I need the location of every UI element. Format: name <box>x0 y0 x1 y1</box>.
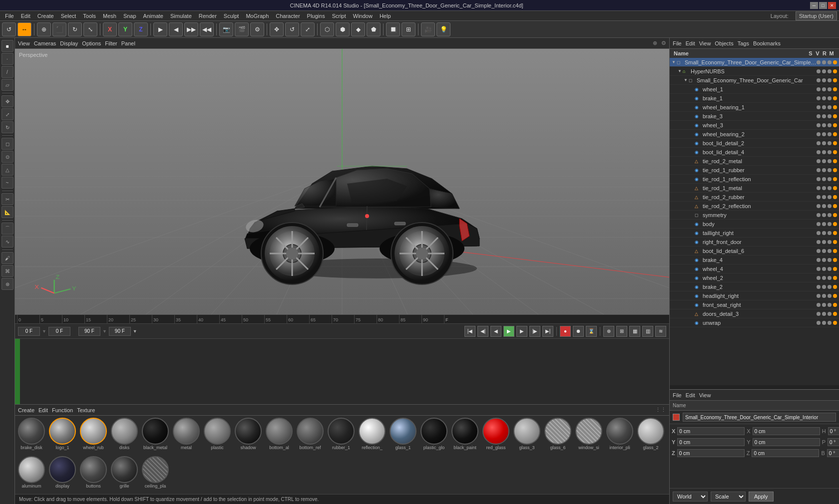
dot-r[interactable] <box>828 123 832 127</box>
snap-button[interactable]: 🔲 <box>386 22 400 36</box>
tool-spline[interactable]: ⌒ <box>1 223 13 235</box>
tree-item[interactable]: ◉brake_4 <box>670 255 839 264</box>
tree-item[interactable]: △doors_detail_3 <box>670 309 839 318</box>
dot-v[interactable] <box>822 114 826 118</box>
vp-tab-cameras[interactable]: Cameras <box>34 40 56 46</box>
dot-v[interactable] <box>822 204 826 208</box>
tree-item[interactable]: ◉brake_2 <box>670 282 839 291</box>
dot-m[interactable] <box>833 321 837 325</box>
f-curve-button[interactable]: ≋ <box>655 326 666 337</box>
dot-s[interactable] <box>817 141 821 145</box>
dot-s[interactable] <box>817 258 821 262</box>
am-h-input[interactable] <box>828 427 839 435</box>
maximize-button[interactable]: □ <box>819 2 827 9</box>
render-view-button[interactable]: 📷 <box>219 22 233 36</box>
tree-item[interactable]: ◉front_seat_right <box>670 300 839 309</box>
dot-r[interactable] <box>828 195 832 199</box>
dot-m[interactable] <box>833 285 837 289</box>
material-item[interactable]: window_si <box>574 418 603 454</box>
dot-v[interactable] <box>822 60 826 64</box>
vp-tab-panel[interactable]: Panel <box>121 40 135 46</box>
snap2-button[interactable]: ⊞ <box>402 22 416 36</box>
dot-m[interactable] <box>833 168 837 172</box>
tree-item[interactable]: ◉boot_lid_detail_4 <box>670 148 839 157</box>
dot-r[interactable] <box>828 186 832 190</box>
dot-s[interactable] <box>817 60 821 64</box>
material-item[interactable]: bottom_ref <box>296 418 325 454</box>
dot-s[interactable] <box>817 150 821 154</box>
am-b-input[interactable] <box>827 449 839 457</box>
render-button[interactable]: 🎬 <box>235 22 249 36</box>
material-item[interactable]: brake_disk <box>17 418 46 454</box>
dot-r[interactable] <box>828 150 832 154</box>
dot-v[interactable] <box>822 213 826 217</box>
dot-v[interactable] <box>822 177 826 181</box>
dot-s[interactable] <box>817 303 821 307</box>
tree-item[interactable]: ▼◻Small_Economy_Three_Door_Generic_Car_S… <box>670 58 839 67</box>
dot-v[interactable] <box>822 132 826 136</box>
material-item[interactable]: wheel_rub <box>79 418 108 454</box>
am-scale-dropdown[interactable]: Scale <box>711 492 746 502</box>
tool-rotate[interactable]: ↻ <box>1 121 13 133</box>
tool-measure[interactable]: 📐 <box>1 206 13 218</box>
dot-r[interactable] <box>828 78 832 82</box>
vp-expand[interactable]: ⊕ <box>653 40 657 46</box>
am-p-input[interactable] <box>828 438 839 446</box>
am-name-input[interactable] <box>683 413 836 422</box>
key-button[interactable]: ⌛ <box>586 326 597 337</box>
dot-r[interactable] <box>828 249 832 253</box>
menu-file[interactable]: File <box>2 12 17 20</box>
auto-key-button[interactable]: ⏺ <box>573 326 584 337</box>
am-edit[interactable]: Edit <box>686 392 695 398</box>
dot-r[interactable] <box>828 240 832 244</box>
tree-item[interactable]: ◉brake_1 <box>670 94 839 103</box>
material-item[interactable]: buttons <box>79 456 108 493</box>
am-apply-button[interactable]: Apply <box>749 492 774 502</box>
vp-tab-filter[interactable]: Filter <box>105 40 117 46</box>
undo-button[interactable]: ↺ <box>2 22 16 36</box>
record-button[interactable]: ● <box>560 326 571 337</box>
dot-m[interactable] <box>833 303 837 307</box>
material-item[interactable]: rubber_1 <box>327 418 356 454</box>
dot-m[interactable] <box>833 177 837 181</box>
mat-tb-dots[interactable]: ⋮⋮ <box>655 407 666 413</box>
menu-help[interactable]: Help <box>377 12 394 20</box>
dot-s[interactable] <box>817 159 821 163</box>
menu-character[interactable]: Character <box>273 12 303 20</box>
material-item[interactable]: glass_2 <box>636 418 665 454</box>
dot-s[interactable] <box>817 204 821 208</box>
tool-paint[interactable]: 🖌 <box>1 252 13 264</box>
dot-m[interactable] <box>833 159 837 163</box>
dot-s[interactable] <box>817 123 821 127</box>
dot-m[interactable] <box>833 249 837 253</box>
mat-tb-edit[interactable]: Edit <box>38 407 48 413</box>
tree-item[interactable]: △tie_rod_1_metal <box>670 184 839 193</box>
dot-v[interactable] <box>822 303 826 307</box>
dot-s[interactable] <box>817 96 821 100</box>
dot-v[interactable] <box>822 141 826 145</box>
play-fwd-button[interactable]: ▶ <box>153 22 167 36</box>
dot-m[interactable] <box>833 204 837 208</box>
scale-button[interactable]: ⤡ <box>83 22 97 36</box>
menu-render[interactable]: Render <box>196 12 220 20</box>
dot-m[interactable] <box>833 105 837 109</box>
move-tool2[interactable]: ✥ <box>270 22 284 36</box>
dot-m[interactable] <box>833 276 837 280</box>
dot-m[interactable] <box>833 78 837 82</box>
material-item[interactable]: disks <box>110 418 139 454</box>
dope-sheet-button[interactable]: ▥ <box>642 326 653 337</box>
menu-script[interactable]: Script <box>329 12 349 20</box>
dot-m[interactable] <box>833 240 837 244</box>
mat-tb-function[interactable]: Function <box>52 407 73 413</box>
material-item[interactable]: display <box>48 456 77 493</box>
material-item[interactable]: aluminum <box>17 456 46 493</box>
dot-m[interactable] <box>833 195 837 199</box>
material-item[interactable]: glass_6 <box>543 418 572 454</box>
dot-s[interactable] <box>817 312 821 316</box>
am-ez-input[interactable] <box>752 449 819 457</box>
mat-tb-texture[interactable]: Texture <box>77 407 95 413</box>
go-end-button[interactable]: ▶| <box>542 326 553 337</box>
menu-animate[interactable]: Animate <box>140 12 166 20</box>
tree-item[interactable]: ◉brake_3 <box>670 112 839 121</box>
om-view[interactable]: View <box>699 40 711 46</box>
